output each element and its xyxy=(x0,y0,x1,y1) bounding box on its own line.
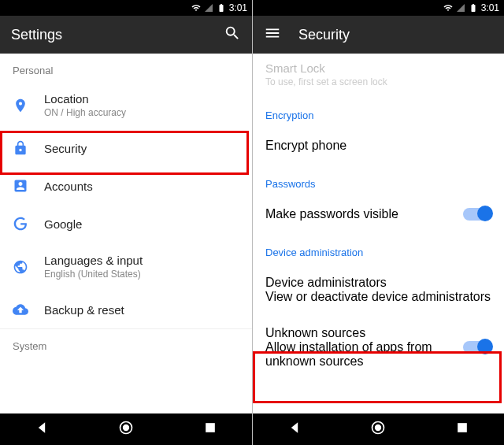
row-label: Security xyxy=(44,142,239,155)
security-list: Smart Lock To use, first set a screen lo… xyxy=(253,54,504,413)
row-sublabel: English (United States) xyxy=(44,269,239,280)
row-label: Device administrators xyxy=(265,276,491,290)
row-backup[interactable]: Backup & reset xyxy=(0,291,252,328)
row-smart-lock: Smart Lock To use, first set a screen lo… xyxy=(253,54,504,95)
search-icon[interactable] xyxy=(224,24,241,45)
row-location[interactable]: Location ON / High accuracy xyxy=(0,81,252,129)
status-bar: 3:01 xyxy=(0,0,252,16)
page-title: Settings xyxy=(11,27,224,43)
svg-point-4 xyxy=(375,425,381,431)
svg-point-1 xyxy=(123,425,129,431)
app-bar-settings: Settings xyxy=(0,16,252,54)
recent-icon[interactable] xyxy=(454,420,470,439)
svg-rect-2 xyxy=(206,423,215,432)
toggle-unknown-sources[interactable] xyxy=(463,341,491,354)
row-sublabel: To use, first set a screen lock xyxy=(265,76,491,87)
section-passwords: Passwords xyxy=(253,164,504,196)
row-unknown-sources[interactable]: Unknown sources Allow installation of ap… xyxy=(253,315,504,380)
back-icon[interactable] xyxy=(34,420,50,439)
cloud-icon xyxy=(13,302,44,317)
row-label: Smart Lock xyxy=(265,61,491,75)
row-sublabel: View or deactivate device administrators xyxy=(265,290,491,304)
page-title: Security xyxy=(298,27,493,43)
nav-bar xyxy=(253,413,504,445)
row-label: Encrypt phone xyxy=(265,139,491,153)
home-icon[interactable] xyxy=(370,420,386,439)
row-passwords-visible[interactable]: Make passwords visible xyxy=(253,196,504,232)
row-label: Make passwords visible xyxy=(265,207,463,221)
account-icon xyxy=(13,178,44,194)
row-label: Location xyxy=(44,92,239,106)
row-device-admin[interactable]: Device administrators View or deactivate… xyxy=(253,265,504,315)
row-sublabel: Allow installation of apps from unknown … xyxy=(265,340,463,369)
status-bar: 3:01 xyxy=(253,0,504,16)
row-label: Unknown sources xyxy=(265,326,463,340)
row-security[interactable]: Security xyxy=(0,129,252,167)
section-encryption: Encryption xyxy=(253,95,504,128)
row-label: Backup & reset xyxy=(44,303,239,317)
google-icon xyxy=(13,216,44,232)
section-personal: Personal xyxy=(0,54,252,81)
svg-rect-5 xyxy=(458,423,467,432)
status-time: 3:01 xyxy=(229,2,247,13)
globe-icon xyxy=(13,259,44,275)
wifi-icon xyxy=(191,3,201,13)
recent-icon[interactable] xyxy=(202,420,218,439)
row-encrypt-phone[interactable]: Encrypt phone xyxy=(253,128,504,164)
row-sublabel: ON / High accuracy xyxy=(44,107,239,118)
lock-icon xyxy=(13,140,44,156)
location-icon xyxy=(13,98,44,113)
row-accounts[interactable]: Accounts xyxy=(0,167,252,205)
back-icon[interactable] xyxy=(287,420,302,439)
row-label: Accounts xyxy=(44,180,239,193)
row-label: Languages & input xyxy=(44,254,239,267)
phone-left: 3:01 Settings Personal Location ON / Hig… xyxy=(0,0,252,445)
battery-icon xyxy=(217,3,226,13)
nav-bar xyxy=(0,413,252,445)
section-system: System xyxy=(0,328,252,357)
home-icon[interactable] xyxy=(118,420,134,439)
signal-icon xyxy=(456,3,465,13)
menu-icon[interactable] xyxy=(264,24,281,45)
row-label: Google xyxy=(44,217,239,231)
toggle-passwords[interactable] xyxy=(463,208,491,221)
status-time: 3:01 xyxy=(481,2,499,13)
row-languages[interactable]: Languages & input English (United States… xyxy=(0,243,252,291)
settings-list: Personal Location ON / High accuracy Sec… xyxy=(0,54,252,413)
wifi-icon xyxy=(443,3,453,13)
row-google[interactable]: Google xyxy=(0,205,252,243)
section-device-admin: Device administration xyxy=(253,232,504,265)
signal-icon xyxy=(204,3,213,13)
phone-right: 3:01 Security Smart Lock To use, first s… xyxy=(252,0,504,445)
battery-icon xyxy=(469,3,478,13)
app-bar-security: Security xyxy=(253,16,504,54)
